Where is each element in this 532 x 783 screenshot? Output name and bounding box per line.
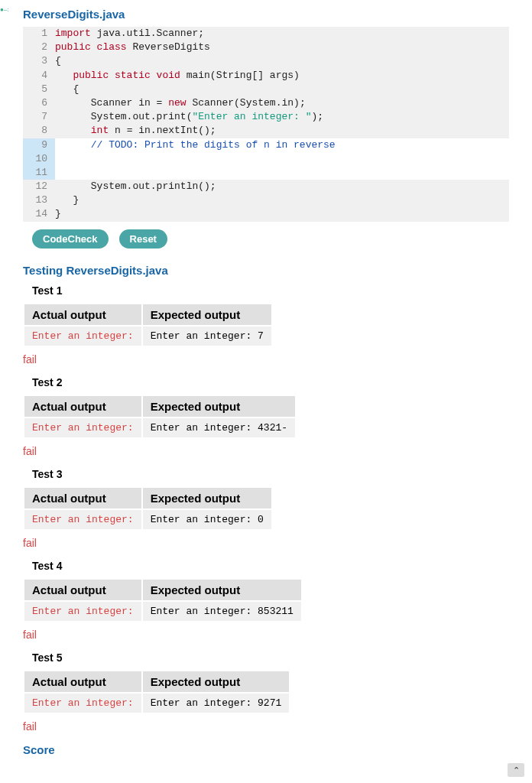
- code-text[interactable]: System.out.print("Enter an integer: ");: [55, 110, 509, 124]
- actual-output: Enter an integer:: [24, 694, 141, 713]
- actual-output: Enter an integer:: [24, 418, 141, 437]
- file-title: ReverseDigits.java: [23, 8, 509, 21]
- code-line[interactable]: 11: [23, 166, 509, 180]
- code-line[interactable]: 6 Scanner in = new Scanner(System.in);: [23, 96, 509, 110]
- codecheck-button[interactable]: CodeCheck: [32, 229, 109, 249]
- expected-output: Enter an integer: 4321-: [143, 418, 295, 437]
- code-text[interactable]: System.out.println();: [55, 180, 509, 193]
- code-text[interactable]: }: [55, 207, 509, 221]
- actual-header: Actual output: [24, 396, 141, 417]
- code-line[interactable]: 7 System.out.print("Enter an integer: ")…: [23, 110, 509, 124]
- code-text[interactable]: [55, 152, 509, 166]
- test-output-table: Actual outputExpected outputEnter an int…: [23, 578, 303, 622]
- test-result-fail: fail: [23, 445, 509, 457]
- reset-button[interactable]: Reset: [119, 229, 167, 249]
- scroll-to-top-button[interactable]: ⌃: [508, 763, 524, 777]
- test-result-fail: fail: [23, 537, 509, 549]
- line-number: 14: [23, 207, 55, 221]
- expected-header: Expected output: [143, 671, 290, 692]
- code-text[interactable]: import java.util.Scanner;: [55, 27, 509, 41]
- test-output-table: Actual outputExpected outputEnter an int…: [23, 303, 273, 347]
- code-text[interactable]: {: [55, 83, 509, 96]
- corner-decoration: ●–:: [0, 6, 9, 13]
- test-output-table: Actual outputExpected outputEnter an int…: [23, 670, 290, 714]
- expected-header: Expected output: [143, 488, 271, 508]
- test-label: Test 1: [32, 284, 509, 297]
- button-row: CodeCheck Reset: [32, 229, 509, 249]
- line-number: 2: [23, 41, 55, 54]
- test-output-table: Actual outputExpected outputEnter an int…: [23, 395, 297, 439]
- code-line[interactable]: 13 }: [23, 193, 509, 207]
- actual-output: Enter an integer:: [24, 510, 141, 529]
- line-number: 13: [23, 193, 55, 207]
- test-result-fail: fail: [23, 629, 509, 641]
- code-line[interactable]: 4 public static void main(String[] args): [23, 69, 509, 83]
- actual-header: Actual output: [24, 304, 141, 325]
- chevron-up-icon: ⌃: [513, 765, 520, 775]
- test-result-fail: fail: [23, 353, 509, 366]
- code-text[interactable]: int n = in.nextInt();: [55, 124, 509, 138]
- actual-output: Enter an integer:: [24, 327, 141, 346]
- expected-output: Enter an integer: 853211: [143, 602, 301, 621]
- code-text[interactable]: {: [55, 54, 509, 68]
- actual-header: Actual output: [24, 580, 141, 600]
- expected-output: Enter an integer: 9271: [143, 694, 290, 713]
- code-line[interactable]: 8 int n = in.nextInt();: [23, 124, 509, 138]
- code-line[interactable]: 3{: [23, 54, 509, 68]
- test-label: Test 3: [32, 468, 509, 480]
- expected-header: Expected output: [143, 396, 295, 417]
- code-text[interactable]: }: [55, 193, 509, 207]
- code-line[interactable]: 5 {: [23, 83, 509, 96]
- test-output-table: Actual outputExpected outputEnter an int…: [23, 486, 273, 531]
- test-label: Test 5: [32, 651, 509, 664]
- expected-header: Expected output: [143, 304, 271, 325]
- line-number: 12: [23, 180, 55, 193]
- actual-header: Actual output: [24, 488, 141, 508]
- line-number: 10: [23, 152, 55, 166]
- score-title: Score: [23, 743, 509, 756]
- code-text[interactable]: [55, 166, 509, 180]
- test-label: Test 4: [32, 560, 509, 572]
- code-text[interactable]: public class ReverseDigits: [55, 41, 509, 54]
- line-number: 1: [23, 27, 55, 41]
- code-editor[interactable]: 1import java.util.Scanner;2public class …: [23, 27, 509, 222]
- test-label: Test 2: [32, 376, 509, 388]
- tests-container: Test 1Actual outputExpected outputEnter …: [23, 284, 509, 733]
- actual-header: Actual output: [24, 671, 141, 692]
- test-result-fail: fail: [23, 720, 509, 733]
- actual-output: Enter an integer:: [24, 602, 141, 621]
- line-number: 5: [23, 83, 55, 96]
- code-line[interactable]: 2public class ReverseDigits: [23, 41, 509, 54]
- line-number: 11: [23, 166, 55, 180]
- line-number: 3: [23, 54, 55, 68]
- code-text[interactable]: Scanner in = new Scanner(System.in);: [55, 96, 509, 110]
- code-text[interactable]: // TODO: Print the digits of n in revers…: [55, 138, 509, 152]
- code-line[interactable]: 1import java.util.Scanner;: [23, 27, 509, 41]
- code-line[interactable]: 14}: [23, 207, 509, 221]
- code-text[interactable]: public static void main(String[] args): [55, 69, 509, 83]
- expected-output: Enter an integer: 7: [143, 327, 271, 346]
- line-number: 8: [23, 124, 55, 138]
- code-line[interactable]: 12 System.out.println();: [23, 180, 509, 193]
- testing-title: Testing ReverseDigits.java: [23, 264, 509, 277]
- line-number: 7: [23, 110, 55, 124]
- expected-output: Enter an integer: 0: [143, 510, 271, 529]
- code-line[interactable]: 10: [23, 152, 509, 166]
- line-number: 4: [23, 69, 55, 83]
- code-line[interactable]: 9 // TODO: Print the digits of n in reve…: [23, 138, 509, 152]
- line-number: 6: [23, 96, 55, 110]
- line-number: 9: [23, 138, 55, 152]
- expected-header: Expected output: [143, 580, 301, 600]
